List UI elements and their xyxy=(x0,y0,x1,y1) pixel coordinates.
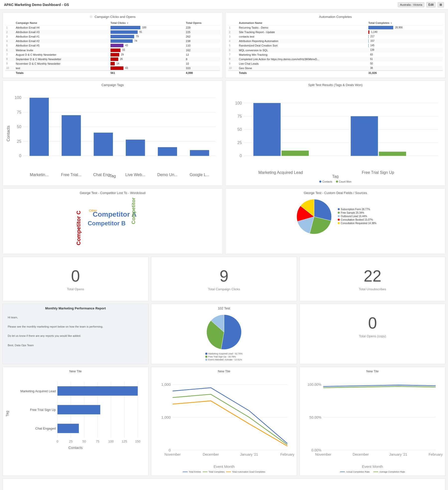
row-num: 3 xyxy=(228,34,238,39)
legend-dot xyxy=(338,215,340,217)
legend-line xyxy=(226,472,231,472)
automation-bar-cell: 1,140 xyxy=(367,30,443,34)
word-competitor-a: Competitor A xyxy=(93,210,137,218)
monthly-report-panel: Monthly Marketing Performance Report Hi … xyxy=(2,304,149,364)
svg-text:0.00%: 0.00% xyxy=(312,448,322,452)
totals-label xyxy=(5,70,15,75)
bar-value: 33 xyxy=(122,49,125,51)
auto-bar xyxy=(368,44,369,47)
svg-rect-55 xyxy=(57,386,138,395)
svg-rect-37 xyxy=(351,116,378,156)
automation-name: Completed Link Action for https://my.dem… xyxy=(238,57,367,61)
total-unsub-panel: 22 Total Unsubscribes xyxy=(299,257,446,301)
custom-deal-pie-container: Subscription Form 28.77%Free Sample 25.3… xyxy=(228,197,443,237)
auto-bar-value: 1,140 xyxy=(371,31,377,33)
bar xyxy=(111,35,134,38)
svg-text:November: November xyxy=(315,452,332,456)
total-unsub-tile: 22 Total Unsubscribes xyxy=(302,259,443,298)
svg-text:Marketing Acquired Lead: Marketing Acquired Lead xyxy=(258,170,303,175)
svg-text:75: 75 xyxy=(96,440,99,443)
table-row: 1 Recurring Tasks - Demo 28,956 xyxy=(228,25,443,30)
svg-text:Google L...: Google L... xyxy=(190,172,209,177)
table-row: 4 Attribution Email #2 74 238 xyxy=(5,39,220,43)
bar xyxy=(111,30,138,34)
svg-text:Live Web...: Live Web... xyxy=(125,172,146,177)
grid-button[interactable]: ⊞ xyxy=(438,2,444,7)
row-num: 8 xyxy=(5,57,15,61)
campaign-name: Attribution Email #2 xyxy=(15,39,110,43)
edit-button[interactable]: Edit xyxy=(426,2,436,7)
row-num: 2 xyxy=(228,30,238,34)
monthly-report-body: Hi team,Please see the monthly marketing… xyxy=(5,313,146,350)
campaign-opens: 238 xyxy=(185,39,220,43)
campaign-name: Webinar Invite xyxy=(15,48,110,52)
campaign-name: Attribution Email #5 xyxy=(15,43,110,48)
legend-label: Total Automation Goal Completes xyxy=(232,471,265,473)
col-total-opens: Total Opens xyxy=(185,21,220,25)
bar-value: 100 xyxy=(142,26,146,29)
row-num: 6 xyxy=(228,48,238,52)
automation-completes-panel: Automation Completes Automation Name Tot… xyxy=(225,12,446,78)
svg-text:December: December xyxy=(353,452,369,456)
automation-name: Site Tracking Report - Update xyxy=(238,30,367,34)
auto-sort-icon: ▼ xyxy=(390,22,392,24)
svg-text:Free Trial Sign Up: Free Trial Sign Up xyxy=(362,170,394,175)
legend-line xyxy=(373,472,378,472)
svg-text:November: November xyxy=(164,452,180,456)
table-row: 5 Attribution Email #5 43 110 xyxy=(5,43,220,48)
auto-bar-value: 139 xyxy=(370,49,374,51)
svg-text:January '21: January '21 xyxy=(240,452,258,456)
svg-text:100: 100 xyxy=(15,95,21,100)
campaign-name: Attribution Email #3 xyxy=(15,30,110,34)
row-num: 4 xyxy=(228,39,238,43)
campaign-opens: 10 xyxy=(185,61,220,66)
custom-deal-title: George Test - Custom Deal Fields / Sourc… xyxy=(228,191,443,195)
report-line: Please see the monthly marketing report … xyxy=(8,324,143,329)
svg-text:Tag: Tag xyxy=(332,174,338,178)
legend-item: Consultation Requested 14.38% xyxy=(338,222,376,225)
row-num: 10 xyxy=(5,66,15,71)
campaign-clicks-bar: 100 xyxy=(110,25,185,30)
table-row: 1 Attribution Email #4 100 229 xyxy=(5,25,220,30)
campaign-opens: 110 xyxy=(185,43,220,48)
svg-text:December: December xyxy=(203,452,219,456)
table-row: 9 Live Chat Leads 50 xyxy=(228,61,443,66)
bar xyxy=(111,49,120,52)
legend-item: Outbound Lead 16.44% xyxy=(338,215,376,218)
split-test-chart: 0255075100Marketing Acquired LeadFree Tr… xyxy=(228,89,443,178)
campaign-opens: 333 xyxy=(185,66,220,71)
dashboard-title: APAC Marketing Demo Dashboard - GS xyxy=(4,3,69,7)
campaign-opens: 229 xyxy=(185,25,220,30)
table-row: 10 test 43 333 xyxy=(5,66,220,71)
word-competitor-c: Competitor C xyxy=(75,210,82,245)
bar xyxy=(111,44,123,47)
svg-text:0: 0 xyxy=(168,448,170,452)
legend-item: Subscription Form 28.77% xyxy=(338,208,376,211)
legend-label: Actual Completion Rate xyxy=(346,471,370,473)
svg-text:0: 0 xyxy=(240,153,242,158)
auto-bar-value: 51 xyxy=(370,58,373,60)
table-row: 2 Attribution Email #3 91 225 xyxy=(5,30,220,34)
new-tile-bar-svg: 0255075100125150Marketing Acquired LeadF… xyxy=(5,378,146,450)
svg-text:0: 0 xyxy=(56,440,58,443)
legend-line xyxy=(340,472,345,472)
region-badge: Australia - Victoria xyxy=(398,2,424,7)
new-tile-bar-title: New Tile xyxy=(5,369,146,373)
svg-text:50.00%: 50.00% xyxy=(310,415,322,419)
new-tile-000-panel: New Tile 000 xyxy=(2,478,446,490)
svg-text:Contacts: Contacts xyxy=(6,126,10,142)
legend-label: Consultation Requested 14.38% xyxy=(341,222,376,225)
svg-rect-20 xyxy=(190,150,209,156)
totals-name: Totals xyxy=(15,70,110,75)
row-num: 6 xyxy=(5,48,15,52)
total-opens-copy-value: 0 xyxy=(368,314,377,332)
bar-value: 29 xyxy=(121,53,124,56)
legend-label: Free Sample 25.34% xyxy=(341,211,364,214)
row-num: 3 xyxy=(5,34,15,39)
bar-value: 91 xyxy=(139,31,142,33)
bar-value: 43 xyxy=(125,67,128,69)
legend-item: Average Completion Rate xyxy=(373,471,405,473)
campaign-tags-chart: 0255075100Marketin...Free Trial...Chat E… xyxy=(5,89,220,178)
svg-text:Contacts: Contacts xyxy=(68,446,83,450)
campaign-name: November D & C Monthly Newsletter xyxy=(15,61,110,66)
